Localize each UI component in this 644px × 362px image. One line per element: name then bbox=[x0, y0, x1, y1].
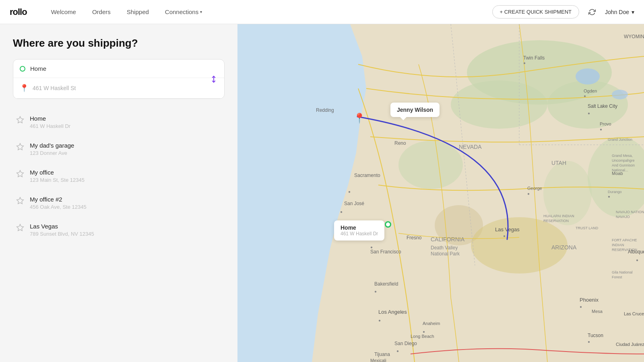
refresh-button[interactable] bbox=[586, 6, 599, 19]
main: Where are you shipping? 📍 461 W Haskell … bbox=[0, 24, 644, 362]
home-address: 461 W Haskell Dr bbox=[341, 231, 378, 237]
svg-text:Grand Mesa,: Grand Mesa, bbox=[612, 154, 633, 158]
svg-text:San José: San José bbox=[344, 201, 364, 206]
star-icon bbox=[16, 224, 24, 232]
home-label: Home bbox=[341, 224, 378, 231]
svg-text:RESERVATION: RESERVATION bbox=[543, 219, 569, 223]
svg-text:Fresno: Fresno bbox=[407, 235, 422, 241]
swap-icon bbox=[210, 75, 218, 83]
nav-orders[interactable]: Orders bbox=[92, 8, 111, 15]
svg-text:●: ● bbox=[584, 94, 586, 98]
svg-text:Phoenix: Phoenix bbox=[580, 297, 599, 303]
svg-text:●: ● bbox=[523, 61, 526, 65]
svg-text:Forest: Forest bbox=[612, 275, 622, 279]
svg-text:TRUST LAND: TRUST LAND bbox=[576, 226, 599, 230]
origin-dot-icon bbox=[20, 66, 25, 72]
svg-text:Death Valley: Death Valley bbox=[431, 245, 458, 251]
svg-text:NAVAJO: NAVAJO bbox=[616, 215, 630, 219]
jenny-wilson-label: Jenny Wilson bbox=[397, 107, 433, 113]
svg-text:●: ● bbox=[527, 191, 530, 196]
location-item[interactable]: Home 461 W Haskell Dr bbox=[13, 109, 225, 136]
svg-text:Salt Lake City: Salt Lake City bbox=[588, 103, 617, 109]
svg-text:San Diego: San Diego bbox=[394, 341, 417, 346]
svg-text:Durango: Durango bbox=[608, 190, 622, 194]
svg-text:Long Beach: Long Beach bbox=[411, 334, 434, 339]
svg-point-15 bbox=[398, 141, 463, 189]
destination-row: 📍 461 W Haskell St bbox=[13, 78, 224, 99]
location-item[interactable]: My office 123 Main St, Ste 12345 bbox=[13, 162, 225, 189]
nav: Welcome Orders Shipped Connections ▾ bbox=[51, 8, 492, 15]
create-shipment-button[interactable]: + CREATE QUICK SHIPMENT bbox=[492, 5, 580, 19]
star-icon bbox=[16, 116, 24, 124]
svg-text:●: ● bbox=[636, 258, 638, 262]
destination-input[interactable]: 461 W Haskell St bbox=[33, 85, 76, 91]
nav-welcome[interactable]: Welcome bbox=[51, 8, 76, 15]
svg-text:●: ● bbox=[348, 189, 351, 194]
svg-text:Mexicali: Mexicali bbox=[370, 358, 386, 362]
svg-point-18 bbox=[576, 68, 600, 84]
svg-text:●: ● bbox=[600, 127, 602, 132]
search-container: 📍 461 W Haskell St bbox=[13, 59, 225, 99]
svg-text:●: ● bbox=[608, 194, 610, 199]
svg-text:ARIZONA: ARIZONA bbox=[551, 244, 577, 251]
svg-marker-3 bbox=[17, 171, 24, 177]
svg-text:George: George bbox=[527, 186, 542, 191]
svg-marker-4 bbox=[17, 197, 24, 204]
svg-text:Grand Junction: Grand Junction bbox=[608, 138, 632, 142]
star-icon bbox=[16, 143, 24, 151]
location-item[interactable]: My office #2 456 Oak Ave, Ste 12345 bbox=[13, 189, 225, 216]
nav-shipped[interactable]: Shipped bbox=[127, 8, 149, 15]
star-icon bbox=[16, 170, 24, 178]
svg-text:Mesa: Mesa bbox=[592, 309, 603, 314]
home-marker-icon bbox=[385, 221, 391, 228]
location-item[interactable]: My dad's garage 123 Donner Ave bbox=[13, 136, 225, 162]
location-list: Home 461 W Haskell Dr My dad's garage 12… bbox=[13, 109, 225, 243]
origin-input[interactable] bbox=[30, 65, 218, 72]
left-panel: Where are you shipping? 📍 461 W Haskell … bbox=[0, 24, 237, 362]
location-address: 789 Sunset Blvd, NV 12345 bbox=[30, 231, 221, 237]
user-menu-arrow: ▾ bbox=[632, 9, 634, 15]
user-menu[interactable]: John Doe ▾ bbox=[605, 9, 634, 15]
svg-text:FORT APACHE: FORT APACHE bbox=[612, 238, 637, 242]
location-name: Las Vegas bbox=[30, 223, 221, 230]
svg-text:Moab: Moab bbox=[612, 171, 623, 176]
svg-text:●: ● bbox=[423, 329, 425, 334]
svg-marker-5 bbox=[17, 224, 24, 231]
swap-button[interactable] bbox=[210, 75, 218, 83]
svg-text:WYOMING: WYOMING bbox=[624, 34, 644, 39]
star-icon bbox=[16, 197, 24, 205]
svg-text:Los Angeles: Los Angeles bbox=[378, 309, 407, 315]
location-name: Home bbox=[30, 115, 221, 122]
svg-marker-1 bbox=[17, 117, 24, 123]
map-background: Reno Sacramento ● San José ● Fresno San … bbox=[237, 24, 644, 362]
svg-text:Gila National: Gila National bbox=[612, 270, 633, 274]
jenny-wilson-tooltip: Jenny Wilson bbox=[390, 103, 440, 117]
svg-text:●: ● bbox=[588, 339, 590, 344]
svg-text:National Park: National Park bbox=[431, 251, 460, 257]
svg-text:Anaheim: Anaheim bbox=[423, 321, 440, 326]
svg-text:HUALAPAI INDIAN: HUALAPAI INDIAN bbox=[543, 214, 574, 218]
svg-text:INDIAN: INDIAN bbox=[612, 243, 624, 247]
svg-text:Sacramento: Sacramento bbox=[354, 173, 380, 178]
location-name: My office #2 bbox=[30, 196, 221, 203]
svg-text:Bakersfield: Bakersfield bbox=[374, 281, 398, 287]
location-name: My office bbox=[30, 169, 221, 176]
location-item[interactable]: Las Vegas 789 Sunset Blvd, NV 12345 bbox=[13, 216, 225, 243]
svg-text:●: ● bbox=[396, 349, 399, 353]
svg-text:UTAH: UTAH bbox=[551, 160, 566, 166]
location-name: My dad's garage bbox=[30, 142, 221, 149]
nav-connections[interactable]: Connections ▾ bbox=[165, 8, 202, 15]
logo: rollo bbox=[10, 7, 27, 17]
location-address: 456 Oak Ave, Ste 12345 bbox=[30, 204, 221, 210]
svg-text:NAVAJO NATION: NAVAJO NATION bbox=[616, 210, 644, 214]
svg-text:Twin Falls: Twin Falls bbox=[523, 55, 545, 61]
origin-row bbox=[13, 60, 224, 78]
map-panel: Reno Sacramento ● San José ● Fresno San … bbox=[237, 24, 644, 362]
svg-text:Las Cruces: Las Cruces bbox=[624, 311, 644, 316]
svg-text:Reno: Reno bbox=[394, 140, 406, 146]
svg-point-19 bbox=[612, 90, 628, 99]
svg-text:●: ● bbox=[340, 210, 343, 214]
location-address: 123 Main St, Ste 12345 bbox=[30, 177, 221, 183]
svg-text:Ogden: Ogden bbox=[584, 88, 597, 93]
destination-pin-icon: 📍 bbox=[20, 84, 29, 93]
